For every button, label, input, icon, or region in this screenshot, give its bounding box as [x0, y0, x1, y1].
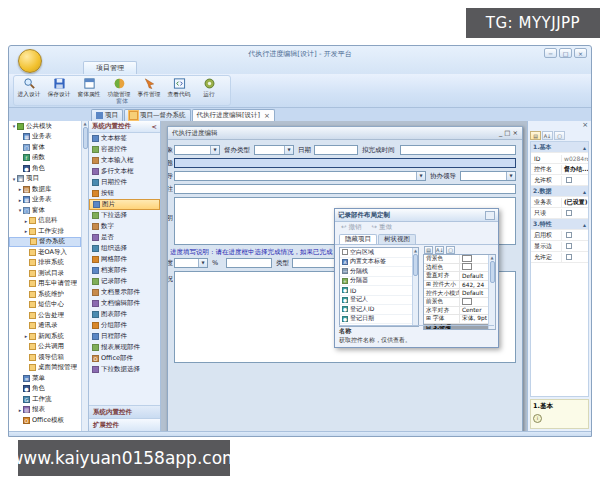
toolbox-item-label[interactable]: 文本标签	[89, 133, 160, 144]
tree-item[interactable]: ▸▦业务表	[9, 195, 81, 206]
toolbox-item-org[interactable]: 组织选择	[89, 243, 160, 254]
toolbox-collapse-icon[interactable]: <	[152, 123, 157, 131]
dialog-corner-icon[interactable]	[485, 211, 495, 220]
form-input-field[interactable]	[314, 145, 358, 155]
maximize-button[interactable]: □	[559, 48, 572, 58]
ribbon-button-save[interactable]: 保存设计	[44, 76, 74, 99]
toolbox-item-chart[interactable]: 图表部件	[89, 309, 160, 320]
toolbox-item-input[interactable]: 文本输入框	[89, 155, 160, 166]
form-input-field[interactable]	[292, 258, 338, 268]
toolbox-item-dropdata[interactable]: 下拉数据选择	[89, 364, 160, 375]
dialog-titlebar[interactable]: 记录部件布局定制	[335, 209, 498, 222]
property-row-允许定[interactable]: 允许定	[531, 252, 588, 263]
toolbox-item-schedule[interactable]: 日程部件	[89, 331, 160, 342]
sort-az-icon[interactable]: A↓	[542, 131, 553, 140]
document-tab[interactable]: 项目	[91, 109, 123, 121]
dialog-list-item[interactable]: ●登记人ID	[340, 305, 412, 315]
property-page-icon[interactable]: ▢	[446, 246, 455, 254]
dialog-list-item[interactable]: A内置文本标签	[340, 258, 412, 268]
tree-item[interactable]: ▢窗体	[9, 142, 81, 153]
toolbox-item-button[interactable]: 按钮	[89, 188, 160, 199]
ribbon-button-run[interactable]: 运行	[194, 76, 224, 99]
toolbox-item-docedit[interactable]: 文档编辑部件	[89, 298, 160, 309]
document-tab[interactable]: 代执行进度编辑[设计]×	[192, 109, 275, 121]
dialog-list-item[interactable]: +分隔器	[340, 277, 412, 287]
tree-item[interactable]: ▾公共模块	[9, 121, 81, 132]
tree-item[interactable]: ●角色	[9, 163, 81, 174]
toolbox-item-container[interactable]: 容器控件	[89, 144, 160, 155]
collapse-icon[interactable]: ▴	[583, 188, 586, 195]
categorize-icon[interactable]: ▤	[530, 131, 541, 140]
app-orb-icon[interactable]	[18, 49, 42, 73]
panel-close-icon[interactable]: ×	[582, 121, 588, 129]
dialog-list-scrollbar[interactable]: ▲	[412, 248, 418, 326]
tree-item[interactable]: 领导信箱	[9, 352, 81, 363]
collapse-icon[interactable]: ▴	[583, 221, 586, 228]
ribbon-button-func[interactable]: 功能管理	[104, 76, 134, 99]
dialog-tab-hidden-items[interactable]: 隐藏项目	[339, 234, 377, 244]
tree-item[interactable]: 测试目录	[9, 268, 81, 279]
ribbon-button-design[interactable]: 进入设计	[14, 76, 44, 99]
tree-item[interactable]: ▦业务表	[9, 132, 81, 143]
design-canvas[interactable]: 代执行进度编辑 _ □ × ▼ 督办类型 ▼ 日期 拟完成时间 ▼ 协办领导 ▼	[161, 121, 527, 431]
tree-item[interactable]: ▸工作安排	[9, 226, 81, 237]
tree-item[interactable]: 公共调用	[9, 342, 81, 353]
tree-item[interactable]: ▸新闻系统	[9, 331, 81, 342]
dialog-list-item[interactable]: ●ID	[340, 286, 412, 296]
tree-item[interactable]: 督办系统	[9, 237, 81, 248]
tree-item[interactable]: ▾▢窗体	[9, 205, 81, 216]
dialog-list-item[interactable]: 空白区域	[340, 248, 412, 258]
dialog-props-scrollbar[interactable]: ▲	[488, 255, 495, 329]
tree-scrollbar[interactable]: ▲	[81, 121, 88, 431]
color-swatch[interactable]	[462, 263, 472, 270]
toolbox-item-number[interactable]: 数字	[89, 221, 160, 232]
tree-item[interactable]: ≡菜单	[9, 373, 81, 384]
toolbox-item-grid[interactable]: 网格部件	[89, 254, 160, 265]
close-tab-icon[interactable]: ×	[264, 112, 270, 120]
form-input-field[interactable]	[400, 145, 516, 155]
tree-item[interactable]: G工作流	[9, 394, 81, 405]
property-row-业务表[interactable]: 业务表(已设置)	[531, 197, 588, 208]
color-swatch[interactable]	[462, 255, 472, 262]
checkbox[interactable]	[566, 177, 572, 183]
tree-item[interactable]: ▸▥报表	[9, 405, 81, 416]
minimize-button[interactable]: ─	[544, 48, 557, 58]
property-row-2.数据[interactable]: 2.数据▴	[531, 186, 588, 197]
dialog-list-item[interactable]: —分隔线	[340, 267, 412, 277]
tree-item[interactable]: ●角色	[9, 384, 81, 395]
dialog-list-item[interactable]: ●登记日期	[340, 315, 412, 325]
toolbox-item-record[interactable]: 记录部件	[89, 276, 160, 287]
property-row-只读[interactable]: 只读	[531, 208, 588, 219]
sort-az-icon[interactable]: A↓	[435, 246, 444, 254]
form-input-field[interactable]	[226, 258, 272, 268]
tree-item[interactable]: 用车申请管理	[9, 279, 81, 290]
tree-item[interactable]: 短信中心	[9, 300, 81, 311]
toolbox-item-docview[interactable]: 文档显示部件	[89, 287, 160, 298]
chevron-down-icon[interactable]: ▼	[416, 172, 425, 180]
form-title-field-selected[interactable]	[174, 158, 516, 168]
property-row-控件名[interactable]: 控件名督办结...	[531, 164, 588, 175]
ribbon-button-event[interactable]: 事件管理	[134, 76, 164, 99]
scrollbar-thumb[interactable]	[83, 127, 88, 149]
layout-customize-dialog[interactable]: 记录部件布局定制 ↩ 撤销 ↪ 重做 隐藏项目 树状视图 空白区域A内置文本标签…	[334, 208, 499, 348]
toolbox-item-bool[interactable]: 是否	[89, 232, 160, 243]
categorize-icon[interactable]: ▤	[424, 246, 433, 254]
tree-item[interactable]: 桌面简报管理	[9, 363, 81, 374]
redo-button[interactable]: ↪ 重做	[372, 223, 393, 232]
form-combo-field[interactable]: ▼	[460, 171, 516, 181]
property-row-1.基本[interactable]: 1.基本▴	[531, 142, 588, 153]
tree-item[interactable]: 老OA导入	[9, 247, 81, 258]
checkbox[interactable]	[566, 210, 572, 216]
toolbox-item-office[interactable]: OOffice部件	[89, 353, 160, 364]
toolbox-category[interactable]: 扩展控件	[89, 418, 160, 431]
tree-item[interactable]: 公告处理	[9, 310, 81, 321]
property-row-允许权[interactable]: 允许权	[531, 175, 588, 186]
chevron-down-icon[interactable]: ▼	[506, 172, 515, 180]
events-icon[interactable]: ▢	[554, 131, 565, 140]
checkbox[interactable]	[566, 232, 572, 238]
toolbox-item-dropdown[interactable]: 下拉选择	[89, 210, 160, 221]
tree-item[interactable]: f函数	[9, 153, 81, 164]
dialog-list-item[interactable]: ●登记人	[340, 296, 412, 306]
toolbox-item-date[interactable]: 日期控件	[89, 177, 160, 188]
color-swatch[interactable]	[462, 298, 472, 305]
